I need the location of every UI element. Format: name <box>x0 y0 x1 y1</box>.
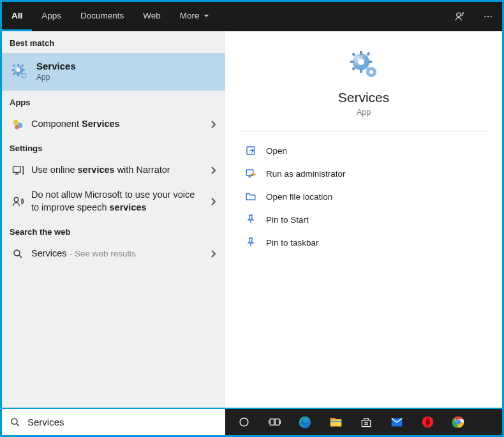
svg-rect-39 <box>275 419 279 426</box>
chevron-right-icon <box>210 197 216 206</box>
narrator-icon <box>11 163 25 177</box>
chevron-right-icon <box>210 166 216 175</box>
section-apps: Apps <box>2 91 225 112</box>
services-icon <box>11 63 29 80</box>
pin-icon <box>244 236 257 249</box>
taskbar-mail[interactable] <box>382 410 411 435</box>
preview-title: Services <box>251 90 477 105</box>
preview-header: Services App <box>238 31 489 131</box>
svg-rect-27 <box>352 52 355 56</box>
svg-point-20 <box>14 197 19 202</box>
action-label: Run as administrator <box>266 169 346 179</box>
svg-rect-24 <box>360 69 362 73</box>
result-speech-services[interactable]: Do not allow Microsoft to use your voice… <box>2 182 225 220</box>
result-narrator-services[interactable]: Use online services with Narrator <box>2 158 225 182</box>
taskbar-taskview[interactable] <box>260 410 289 435</box>
svg-rect-45 <box>366 422 367 423</box>
svg-rect-7 <box>12 69 15 70</box>
svg-rect-5 <box>18 63 19 66</box>
svg-rect-8 <box>22 69 25 70</box>
action-label: Open <box>266 146 287 156</box>
action-label: Open file location <box>266 192 332 202</box>
svg-point-18 <box>15 125 19 130</box>
svg-point-31 <box>358 59 364 65</box>
svg-point-33 <box>369 70 373 74</box>
svg-rect-9 <box>13 64 15 67</box>
best-match-item[interactable]: Services App <box>2 53 225 91</box>
svg-point-16 <box>13 120 19 125</box>
svg-rect-44 <box>365 422 366 423</box>
search-icon <box>10 417 21 428</box>
search-tabs: All Apps Documents Web More <box>2 2 502 31</box>
tab-web[interactable]: Web <box>133 2 170 31</box>
feedback-button[interactable] <box>446 2 474 31</box>
tab-label: All <box>11 11 22 20</box>
speech-icon <box>11 195 25 209</box>
folder-icon <box>244 190 257 203</box>
svg-point-50 <box>426 418 430 427</box>
result-label: Use online services with Narrator <box>31 164 188 177</box>
result-label: Do not allow Microsoft to use your voice… <box>31 189 219 214</box>
taskbar-explorer[interactable] <box>321 410 350 435</box>
result-label: Component Services <box>31 118 138 131</box>
taskbar-chrome[interactable] <box>443 410 473 435</box>
result-label: Services - See web results <box>31 248 154 260</box>
svg-point-3 <box>491 16 492 17</box>
tab-label: Documents <box>80 11 124 20</box>
svg-rect-25 <box>350 61 354 63</box>
more-options-button[interactable] <box>474 2 502 31</box>
section-web: Search the web <box>2 220 225 242</box>
search-input[interactable] <box>27 417 218 427</box>
svg-rect-38 <box>270 419 274 426</box>
svg-rect-6 <box>18 74 19 77</box>
action-label: Pin to taskbar <box>266 238 319 248</box>
action-open[interactable]: Open <box>238 139 489 162</box>
taskbar-store[interactable] <box>352 410 381 435</box>
svg-point-37 <box>240 418 248 426</box>
svg-rect-26 <box>368 61 372 63</box>
chevron-down-icon <box>204 13 209 19</box>
taskbar-opera[interactable] <box>413 410 442 435</box>
taskbar-edge[interactable] <box>290 410 320 435</box>
results-panel: Best match Services App Apps <box>2 31 225 408</box>
best-match-title: Services <box>36 61 76 71</box>
result-web-search[interactable]: Services - See web results <box>2 242 225 266</box>
svg-rect-46 <box>365 424 366 425</box>
svg-rect-29 <box>366 52 370 56</box>
tab-label: More <box>180 11 200 20</box>
svg-point-13 <box>17 68 20 71</box>
tab-all[interactable]: All <box>2 2 32 31</box>
section-best-match: Best match <box>2 31 225 53</box>
chevron-right-icon <box>210 120 216 129</box>
svg-rect-47 <box>366 424 367 425</box>
chevron-right-icon <box>210 249 216 258</box>
svg-rect-23 <box>360 51 362 55</box>
action-pin-start[interactable]: Pin to Start <box>238 208 489 231</box>
open-icon <box>244 144 257 157</box>
services-large-icon <box>348 49 379 80</box>
tab-documents[interactable]: Documents <box>71 2 133 31</box>
admin-icon <box>244 167 257 180</box>
svg-point-54 <box>456 420 459 424</box>
svg-point-36 <box>11 418 17 424</box>
tab-more[interactable]: More <box>170 2 219 31</box>
action-open-location[interactable]: Open file location <box>238 185 489 208</box>
svg-point-21 <box>14 250 20 256</box>
action-label: Pin to Start <box>266 215 309 225</box>
tab-apps[interactable]: Apps <box>32 2 71 31</box>
svg-point-0 <box>457 13 461 17</box>
action-pin-taskbar[interactable]: Pin to taskbar <box>238 231 489 254</box>
svg-rect-43 <box>330 421 341 422</box>
result-component-services[interactable]: Component Services <box>2 112 225 137</box>
tab-label: Web <box>143 11 161 20</box>
preview-panel: Services App Open Run as administrator O… <box>225 31 502 408</box>
tab-label: Apps <box>41 11 61 20</box>
svg-point-15 <box>23 74 25 76</box>
action-run-admin[interactable]: Run as administrator <box>238 162 489 185</box>
taskbar-cortana[interactable] <box>229 410 258 435</box>
action-list: Open Run as administrator Open file loca… <box>225 131 502 262</box>
svg-rect-19 <box>13 167 21 172</box>
search-box[interactable] <box>2 409 225 435</box>
svg-rect-11 <box>21 64 24 66</box>
svg-rect-42 <box>330 418 335 420</box>
